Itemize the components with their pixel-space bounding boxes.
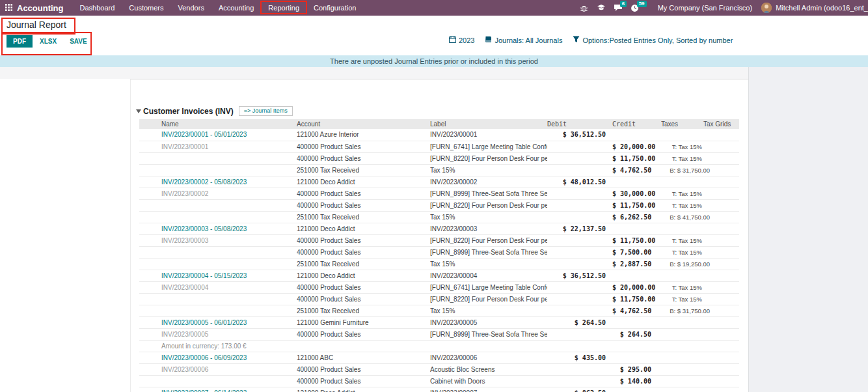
tax-grids-cell: [703, 387, 739, 392]
account-cell: 400000 Product Sales: [297, 152, 430, 164]
tax-grids-cell: [703, 188, 739, 199]
options-filter[interactable]: Options:Posted Entries Only, Sorted by n…: [573, 36, 733, 44]
save-button[interactable]: SAVE: [64, 36, 93, 47]
debit-cell: [547, 152, 612, 164]
company-switcher[interactable]: My Company (San Francisco): [658, 4, 753, 12]
taxes-cell: T: Tax 15%: [661, 152, 703, 164]
entry-name: INV/2023/00006: [139, 363, 297, 375]
table-row: INV/2023/00005400000 Product Sales[FURN_…: [139, 328, 739, 340]
entry-name-link[interactable]: INV/2023/00003 - 05/08/2023: [139, 223, 297, 234]
tax-grids-cell: [703, 375, 739, 387]
label-cell: INV/2023/00005: [430, 316, 547, 328]
entry-name-link[interactable]: INV/2023/00002 - 05/08/2023: [139, 176, 297, 188]
account-cell: 400000 Product Sales: [297, 363, 430, 375]
entry-name-link[interactable]: INV/2023/00007 - 06/14/2023: [139, 387, 297, 392]
section-title[interactable]: Customer Invoices (INV): [143, 107, 234, 116]
table-row: INV/2023/00002400000 Product Sales[FURN_…: [139, 188, 739, 199]
credit-cell: [612, 387, 661, 392]
entry-name: [139, 375, 297, 387]
user-menu[interactable]: Mitchell Admin (odoo16_ent_: [761, 3, 868, 13]
table-row: 251000 Tax ReceivedTax 15%$ 4,762.50B: $…: [139, 164, 739, 176]
credit-cell: [612, 352, 661, 363]
credit-cell: $ 20,000.00: [612, 141, 661, 152]
top-navbar: Accounting Dashboard Customers Vendors A…: [0, 0, 868, 16]
account-cell: 251000 Tax Received: [297, 164, 430, 176]
taxes-cell: [661, 363, 703, 375]
journal-table-body: INV/2023/00001 - 05/01/2023121000 Azure …: [139, 129, 739, 392]
entry-name-link[interactable]: INV/2023/00006 - 06/09/2023: [139, 352, 297, 363]
taxes-cell: [661, 316, 703, 328]
menu-dashboard[interactable]: Dashboard: [73, 1, 122, 15]
menu-reporting[interactable]: Reporting: [261, 1, 306, 15]
label-cell: INV/2023/00001: [430, 129, 547, 141]
menu-accounting[interactable]: Accounting: [211, 1, 261, 15]
apps-menu-button[interactable]: [0, 0, 17, 16]
taxes-cell: [661, 129, 703, 141]
table-row: 251000 Tax ReceivedTax 15%$ 4,762.50B: $…: [139, 305, 739, 316]
date-filter[interactable]: 2023: [449, 36, 474, 44]
label-cell: INV/2023/00004: [430, 270, 547, 281]
col-name: Name: [139, 119, 297, 129]
label-cell: Acoustic Bloc Screens: [430, 363, 547, 375]
col-label: Label: [430, 119, 547, 129]
control-panel: Journal Report PDF XLSX SAVE 2023: [0, 16, 868, 55]
debit-cell: $ 435.00: [547, 352, 612, 363]
xlsx-button[interactable]: XLSX: [34, 36, 62, 47]
credit-cell: $ 11,750.00: [612, 152, 661, 164]
report-buttons: PDF XLSX SAVE: [7, 35, 93, 48]
table-row: 400000 Product Sales[FURN_8220] Four Per…: [139, 199, 739, 211]
entry-name-link[interactable]: INV/2023/00005 - 06/01/2023: [139, 316, 297, 328]
account-cell: 121000 Deco Addict: [297, 387, 430, 392]
col-debit: Debit: [547, 119, 612, 129]
credit-cell: $ 2,887.50: [612, 258, 661, 270]
debit-cell: [547, 188, 612, 199]
user-avatar: [761, 3, 772, 13]
credit-cell: $ 20,000.00: [612, 281, 661, 293]
filter-funnel-icon: [573, 36, 580, 44]
table-row: INV/2023/00002 - 05/08/2023121000 Deco A…: [139, 176, 739, 188]
table-row: INV/2023/00007 - 06/14/2023121000 Deco A…: [139, 387, 739, 392]
account-cell: 251000 Tax Received: [297, 258, 430, 270]
label-cell: [FURN_8220] Four Person Desk Four person…: [430, 234, 547, 246]
col-account: Account: [297, 119, 430, 129]
debit-cell: $ 22,137.50: [547, 223, 612, 234]
label-cell: INV/2023/00007: [430, 387, 547, 392]
credit-cell: $ 4,762.50: [612, 305, 661, 316]
menu-configuration[interactable]: Configuration: [306, 1, 363, 15]
table-row: 251000 Tax ReceivedTax 15%$ 6,262.50B: $…: [139, 211, 739, 223]
journal-items-button[interactable]: => Journal Items: [239, 106, 293, 116]
taxes-cell: [661, 375, 703, 387]
menu-customers[interactable]: Customers: [122, 1, 170, 15]
label-cell: [FURN_8999] Three-Seat Sofa Three Seater…: [430, 246, 547, 258]
taxes-cell: [661, 387, 703, 392]
entry-name: INV/2023/00002: [139, 188, 297, 199]
account-cell: 251000 Tax Received: [297, 305, 430, 316]
entry-name: [139, 258, 297, 270]
app-name[interactable]: Accounting: [17, 3, 64, 13]
activities-clock-icon[interactable]: 59: [629, 0, 641, 16]
debit-cell: [547, 375, 612, 387]
unposted-entries-banner: There are unposted Journal Entries prior…: [0, 55, 868, 67]
entry-name-link[interactable]: INV/2023/00004 - 05/15/2023: [139, 270, 297, 281]
graduation-cap-icon[interactable]: [595, 0, 607, 16]
caret-down-icon[interactable]: [134, 109, 143, 113]
entry-name-link[interactable]: INV/2023/00001 - 05/01/2023: [139, 129, 297, 141]
taxes-cell: [661, 352, 703, 363]
debug-bug-icon[interactable]: [578, 0, 590, 16]
menu-vendors[interactable]: Vendors: [171, 1, 211, 15]
messages-icon[interactable]: 6: [612, 0, 624, 16]
banner-text: There are unposted Journal Entries prior…: [330, 57, 538, 65]
debit-cell: [547, 305, 612, 316]
credit-cell: $ 11,750.00: [612, 293, 661, 305]
pdf-button[interactable]: PDF: [7, 35, 33, 48]
tax-grids-cell: [703, 176, 739, 188]
label-cell: INV/2023/00002: [430, 176, 547, 188]
label-cell: Tax 15%: [430, 164, 547, 176]
tax-grids-cell: [703, 352, 739, 363]
account-cell: 121000 Azure Interior: [297, 129, 430, 141]
journals-filter[interactable]: Journals: All Journals: [485, 36, 562, 44]
entry-name: [139, 293, 297, 305]
entry-name: INV/2023/00001: [139, 141, 297, 152]
table-row: INV/2023/00006 - 06/09/2023121000 ABCINV…: [139, 352, 739, 363]
debit-cell: [547, 199, 612, 211]
